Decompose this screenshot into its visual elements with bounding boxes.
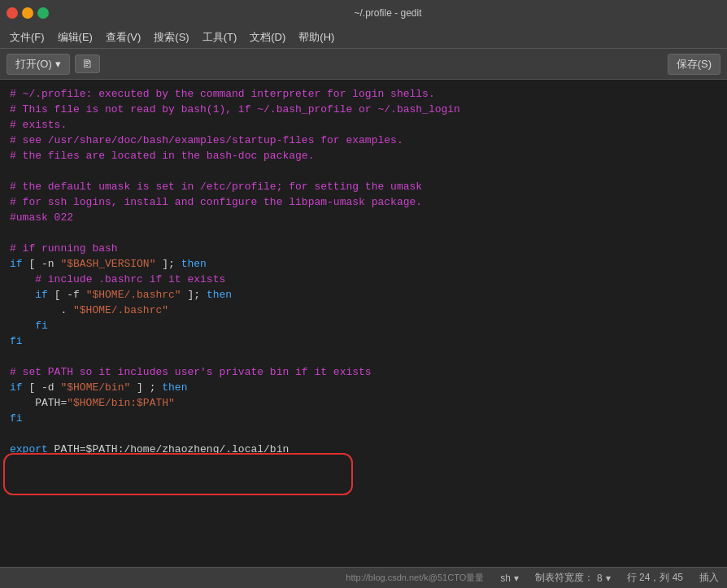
line-14: if [ -f "$HOME/.bashrc" ]; then: [10, 289, 232, 301]
line-8: # for ssh logins, install and configure …: [10, 196, 422, 208]
menu-bar: 文件(F) 编辑(E) 查看(V) 搜索(S) 工具(T) 文档(D) 帮助(H…: [0, 26, 727, 49]
new-file-icon: 🖹: [82, 58, 93, 70]
tab-width-value: 8: [597, 573, 603, 584]
line-12: if [ -n "$BASH_VERSION" ]; then: [10, 258, 207, 270]
line-15: . "$HOME/.bashrc": [10, 304, 168, 316]
window-controls[interactable]: [7, 7, 49, 19]
minimize-button[interactable]: [22, 7, 33, 19]
editor-area[interactable]: # ~/.profile: executed by the command in…: [0, 80, 727, 567]
menu-tools[interactable]: 工具(T): [196, 28, 244, 46]
line-22: fi: [10, 412, 23, 425]
new-file-button[interactable]: 🖹: [75, 54, 100, 73]
line-24: export PATH=$PATH:/home/zhaozheng/.local…: [10, 443, 289, 455]
position-label: 行 24，列 45: [627, 571, 683, 585]
watermark: http://blog.csdn.net/k@51CTO量量: [346, 572, 484, 584]
tab-width-label: 制表符宽度：: [535, 571, 594, 585]
save-button[interactable]: 保存(S): [668, 54, 720, 75]
menu-help[interactable]: 帮助(H): [292, 28, 341, 46]
shell-label: sh: [500, 573, 511, 584]
menu-file[interactable]: 文件(F): [3, 28, 51, 46]
insert-mode: 插入: [699, 571, 719, 585]
line-1: # ~/.profile: executed by the command in…: [10, 88, 435, 100]
line-20: if [ -d "$HOME/bin" ] ; then: [10, 381, 187, 394]
close-button[interactable]: [7, 7, 18, 19]
menu-search[interactable]: 搜索(S): [147, 28, 195, 46]
line-3: # exists.: [10, 119, 67, 131]
line-5: # the files are located in the bash-doc …: [10, 150, 314, 162]
status-bar: http://blog.csdn.net/k@51CTO量量 sh ▾ 制表符宽…: [0, 567, 727, 588]
line-2: # This file is not read by bash(1), if ~…: [10, 103, 460, 115]
menu-docs[interactable]: 文档(D): [243, 28, 292, 46]
line-19: # set PATH so it includes user's private…: [10, 366, 372, 378]
menu-edit[interactable]: 编辑(E): [51, 28, 99, 46]
open-dropdown-icon: ▾: [55, 58, 61, 70]
shell-indicator[interactable]: sh ▾: [500, 573, 519, 584]
open-button[interactable]: 打开(O) ▾: [7, 54, 70, 75]
open-label: 打开(O): [15, 57, 52, 72]
annotation-circle: [3, 453, 353, 495]
line-4: # see /usr/share/doc/bash/examples/start…: [10, 134, 403, 146]
toolbar: 打开(O) ▾ 🖹 保存(S): [0, 49, 727, 80]
editor-content: # ~/.profile: executed by the command in…: [10, 86, 717, 457]
tab-width-dropdown-icon: ▾: [606, 573, 611, 584]
line-11: # if running bash: [10, 242, 118, 255]
line-17: fi: [10, 335, 23, 347]
shell-dropdown-icon: ▾: [514, 573, 519, 584]
line-7: # the default umask is set in /etc/profi…: [10, 181, 422, 193]
window-title: ~/.profile - gedit: [55, 7, 720, 19]
menu-view[interactable]: 查看(V): [99, 28, 147, 46]
line-9: #umask 022: [10, 211, 73, 224]
mode-label: 插入: [699, 571, 719, 585]
title-bar: ~/.profile - gedit: [0, 0, 727, 26]
tab-width-indicator[interactable]: 制表符宽度： 8 ▾: [535, 571, 611, 585]
line-21: PATH="$HOME/bin:$PATH": [10, 397, 175, 409]
cursor-position: 行 24，列 45: [627, 571, 683, 585]
line-13: # include .bashrc if it exists: [10, 273, 225, 285]
maximize-button[interactable]: [37, 7, 49, 19]
line-16: fi: [10, 320, 48, 332]
